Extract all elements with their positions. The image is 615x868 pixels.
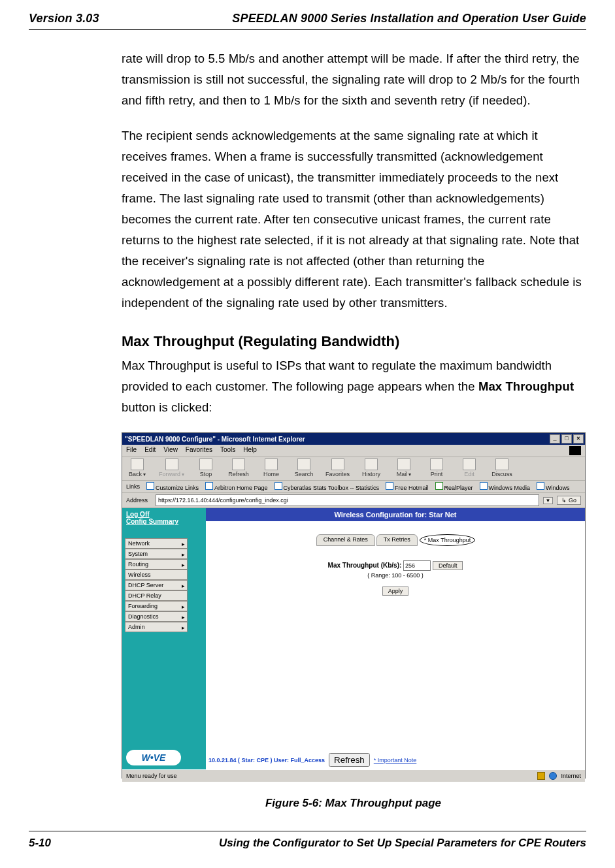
page-icon xyxy=(386,482,393,490)
chevron-right-icon: ▸ xyxy=(182,602,185,611)
history-icon xyxy=(365,458,378,470)
link-hotmail[interactable]: Free Hotmail xyxy=(386,482,429,491)
sidebar-config-summary[interactable]: Config Summary xyxy=(122,518,206,525)
sidebar-item-dhcp-relay[interactable]: DHCP Relay xyxy=(125,590,188,601)
menu-tools[interactable]: Tools xyxy=(220,446,235,455)
menu-file[interactable]: File xyxy=(126,446,137,455)
page-icon xyxy=(205,482,213,490)
menu-help[interactable]: Help xyxy=(243,446,257,455)
tool-refresh[interactable]: Refresh xyxy=(227,458,250,477)
chevron-right-icon: ▸ xyxy=(182,613,185,622)
max-throughput-label: Max Throughput (Kb/s): xyxy=(328,562,402,569)
apply-button[interactable]: Apply xyxy=(382,587,409,596)
sidebar: Log Off Config Summary Network▸ System▸ … xyxy=(122,508,206,769)
sidebar-item-diagnostics[interactable]: Diagnostics▸ xyxy=(125,611,188,622)
footer-rule xyxy=(29,831,586,831)
window-buttons: _ □ × xyxy=(550,434,584,443)
session-info: 10.0.21.84 ( Star: CPE ) User: Full_Acce… xyxy=(208,757,325,764)
tool-favorites[interactable]: Favorites xyxy=(325,458,350,477)
tab-max-throughput[interactable]: * Max Throughput xyxy=(420,534,475,546)
tool-history[interactable]: History xyxy=(360,458,382,477)
chevron-right-icon: ▸ xyxy=(182,539,185,549)
link-customize[interactable]: Customize Links xyxy=(146,482,199,491)
mail-icon xyxy=(397,458,410,470)
range-label: ( Range: 100 - 6500 ) xyxy=(206,572,585,579)
wave-logo: W•VE xyxy=(126,750,181,765)
page-icon xyxy=(480,482,488,490)
stop-icon xyxy=(199,458,212,470)
sidebar-menu: Network▸ System▸ Routing▸ Wireless DHCP … xyxy=(125,538,206,632)
in-app-footer: 10.0.21.84 ( Star: CPE ) User: Full_Acce… xyxy=(208,753,582,767)
page-icon xyxy=(274,482,282,490)
p3-tail: button is clicked: xyxy=(122,400,212,414)
favorites-icon xyxy=(331,458,344,470)
figure-caption: Figure 5-6: Max Throughput page xyxy=(122,797,585,810)
maximize-button[interactable]: □ xyxy=(561,434,572,443)
menu-view[interactable]: View xyxy=(163,446,178,455)
tool-back[interactable]: Back▾ xyxy=(126,458,148,477)
sidebar-item-wireless[interactable]: Wireless xyxy=(125,570,188,580)
chevron-right-icon: ▸ xyxy=(182,550,185,559)
address-bar: Address ▼ ↳ Go xyxy=(122,493,585,508)
paragraph-1: rate will drop to 5.5 Mb/s and another a… xyxy=(122,48,585,111)
sidebar-item-admin[interactable]: Admin▸ xyxy=(125,622,188,632)
menu-favorites[interactable]: Favorites xyxy=(186,446,212,455)
sidebar-logoff[interactable]: Log Off xyxy=(122,511,206,518)
link-windows[interactable]: Windows xyxy=(537,482,570,491)
address-label: Address xyxy=(126,497,148,504)
tool-home[interactable]: Home xyxy=(260,458,282,477)
doc-title: SPEEDLAN 9000 Series Installation and Op… xyxy=(232,12,586,25)
menu-edit[interactable]: Edit xyxy=(144,446,156,455)
links-label: Links xyxy=(126,483,140,490)
default-button[interactable]: Default xyxy=(433,561,463,570)
forward-icon xyxy=(165,458,178,470)
link-realplayer[interactable]: RealPlayer xyxy=(435,482,473,491)
main-panel: Wireless Configuration for: Star Net Cha… xyxy=(206,508,585,769)
menu-bar: File Edit View Favorites Tools Help xyxy=(122,445,585,457)
sidebar-item-dhcp-server[interactable]: DHCP Server▸ xyxy=(125,580,188,590)
realplayer-icon xyxy=(435,482,443,490)
lock-icon xyxy=(537,772,545,780)
sidebar-item-network[interactable]: Network▸ xyxy=(125,538,188,549)
go-button[interactable]: ↳ Go xyxy=(557,496,581,505)
back-icon xyxy=(131,458,144,470)
status-bar: Menu ready for use Internet xyxy=(122,769,585,782)
tab-tx-retries[interactable]: Tx Retries xyxy=(376,534,418,546)
toolbar: Back▾ Forward▾ Stop Refresh Home Search … xyxy=(122,457,585,481)
sidebar-item-system[interactable]: System▸ xyxy=(125,549,188,559)
edit-icon xyxy=(463,458,476,470)
link-winmedia[interactable]: Windows Media xyxy=(480,482,531,491)
refresh-icon xyxy=(232,458,245,470)
p3-bold: Max Throughput xyxy=(478,379,574,393)
close-button[interactable]: × xyxy=(573,434,584,443)
tool-print[interactable]: Print xyxy=(425,458,448,477)
tool-mail[interactable]: Mail▾ xyxy=(393,458,415,477)
sidebar-item-routing[interactable]: Routing▸ xyxy=(125,559,188,570)
link-arbitron[interactable]: Arbitron Home Page xyxy=(205,482,268,491)
footer-title: Using the Configurator to Set Up Special… xyxy=(219,837,586,850)
page-icon xyxy=(146,482,154,490)
tool-discuss[interactable]: Discuss xyxy=(491,458,513,477)
header-rule xyxy=(29,29,586,30)
zone-label: Internet xyxy=(561,773,581,779)
discuss-icon xyxy=(495,458,508,470)
refresh-button[interactable]: Refresh xyxy=(329,753,370,767)
address-dropdown-icon[interactable]: ▼ xyxy=(543,497,554,504)
chevron-right-icon: ▸ xyxy=(182,581,185,590)
tool-stop[interactable]: Stop xyxy=(195,458,217,477)
sidebar-item-forwarding[interactable]: Forwarding▸ xyxy=(125,601,188,611)
address-input[interactable] xyxy=(156,494,539,506)
window-title-text: "SPEEDLAN 9000 Configure" - Microsoft In… xyxy=(125,436,305,443)
search-icon xyxy=(297,458,310,470)
status-text: Menu ready for use xyxy=(126,773,177,779)
max-throughput-input[interactable] xyxy=(403,560,431,571)
links-bar: Links Customize Links Arbitron Home Page… xyxy=(122,481,585,493)
link-cyberatlas[interactable]: Cyberatlas Stats Toolbox -- Statistics xyxy=(274,482,379,491)
tool-forward[interactable]: Forward▾ xyxy=(159,458,184,477)
tool-search[interactable]: Search xyxy=(293,458,315,477)
important-note-link[interactable]: * Important Note xyxy=(374,757,417,764)
tab-channel-rates[interactable]: Channel & Rates xyxy=(316,534,375,546)
internet-zone-icon xyxy=(549,772,557,780)
minimize-button[interactable]: _ xyxy=(550,434,560,443)
tool-edit[interactable]: Edit xyxy=(458,458,480,477)
